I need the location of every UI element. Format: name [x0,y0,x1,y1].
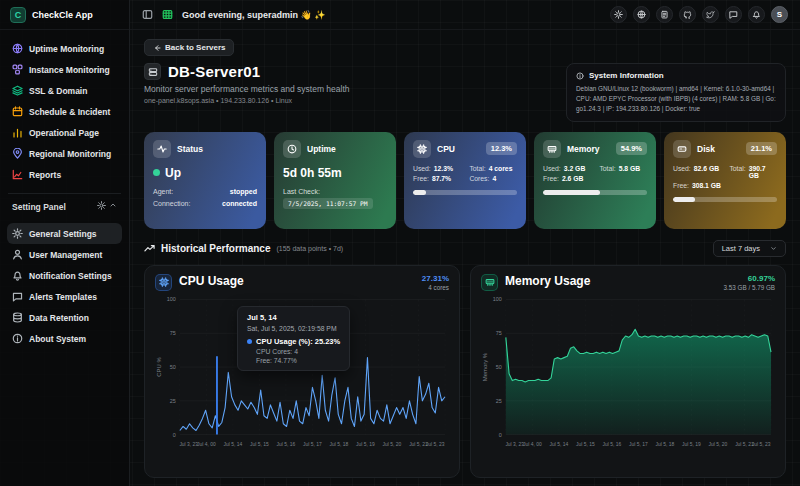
disk-badge: 21.1% [746,142,777,155]
github-icon[interactable] [679,6,696,23]
app-root: C CheckCle App Uptime Monitoring Instanc… [0,0,800,486]
sidebar-item-data-retention[interactable]: Data Retention [7,307,122,328]
last-check-label: Last Check: [283,188,387,195]
app-logo[interactable]: C CheckCle App [0,0,129,30]
time-range-value: Last 7 days [722,244,760,253]
sidebar-item-label: Instance Monitoring [29,65,110,75]
feedback-icon[interactable] [725,6,742,23]
back-to-servers-button[interactable]: Back to Servers [144,39,234,56]
sidebar-item-instance-monitoring[interactable]: Instance Monitoring [7,59,122,80]
status-card-title: Status [177,144,203,154]
grid-icon[interactable] [162,9,173,20]
cpu-progress-bar [413,190,517,195]
sidebar-item-ssl-domain[interactable]: SSL & Domain [7,80,122,101]
connection-label: Connection: [153,200,190,207]
language-icon[interactable] [633,6,650,23]
cpu-chip-icon [155,274,172,291]
system-information-text: Debian GNU/Linux 12 (bookworm) | amd64 |… [576,84,776,114]
time-range-select[interactable]: Last 7 days [713,240,786,257]
sidebar-item-alerts-templates[interactable]: Alerts Templates [7,286,122,307]
sidebar-item-operational-page[interactable]: Operational Page [7,122,122,143]
svg-text:CPU %: CPU % [156,356,162,376]
cpu-cores-value: 4 [492,175,496,182]
setting-panel-header[interactable]: Setting Panel [0,194,129,215]
sidebar-item-uptime-monitoring[interactable]: Uptime Monitoring [7,38,122,59]
memory-total-value: 5.8 GB [619,165,641,172]
svg-text:Memory %: Memory % [482,352,488,381]
gear-icon[interactable] [97,201,106,212]
cpu-total-value: 4 cores [489,165,513,172]
tooltip-free: Free: 74.77% [256,357,340,364]
svg-text:Jul 5, 19: Jul 5, 19 [356,441,375,446]
cpu-chart-title: CPU Usage [179,274,244,288]
svg-text:Jul 5, 15: Jul 5, 15 [250,441,269,446]
activity-icon [153,140,171,158]
sidebar-item-reports[interactable]: Reports [7,164,122,185]
disk-used-label: Used: [673,165,691,179]
sidebar-item-label: About System [29,334,86,344]
system-information-title: System Information [589,71,664,80]
chevron-up-icon[interactable] [109,201,117,212]
title-row: DB-Server01 Monitor server performance m… [144,63,786,122]
calendar-icon [12,106,23,117]
sidebar-item-notification-settings[interactable]: Notification Settings [7,265,122,286]
svg-text:50: 50 [496,364,502,370]
disk-progress-fill [673,197,695,202]
svg-text:Jul 5, 16: Jul 5, 16 [277,441,296,446]
memory-usage-chart-card: Memory Usage 60.97% 3.53 GB / 5.79 GB [470,265,786,478]
info-icon [576,72,584,80]
svg-text:Jul 5, 20: Jul 5, 20 [383,441,402,446]
cpu-used-label: Used: [413,165,431,172]
disk-icon [673,140,691,158]
notifications-icon[interactable] [748,6,765,23]
app-logo-icon: C [10,7,26,23]
memory-badge: 54.9% [616,142,647,155]
sidebar-item-regional-monitoring[interactable]: Regional Monitoring [7,143,122,164]
avatar[interactable]: S [771,6,788,23]
theme-icon[interactable] [610,6,627,23]
svg-text:0: 0 [499,431,502,437]
memory-used-value: 3.2 GB [564,165,586,172]
sidebar-item-schedule-incident[interactable]: Schedule & Incident [7,101,122,122]
svg-text:Jul 3, 23: Jul 3, 23 [505,441,524,446]
greeting-text: Good evening, superadmin 👋 ✨ [182,10,325,20]
setting-panel-label: Setting Panel [12,202,66,212]
clock-icon [283,140,301,158]
sidebar-item-about-system[interactable]: About System [7,328,122,349]
disk-progress-bar [673,197,777,202]
sidebar-nav: Uptime Monitoring Instance Monitoring SS… [0,30,129,189]
svg-text:25: 25 [170,398,176,404]
chevron-down-icon [770,245,777,252]
svg-text:Jul 5, 14: Jul 5, 14 [224,441,243,446]
memory-free-value: 2.6 GB [562,175,584,182]
memory-usage-chart[interactable]: 0255075100Jul 3, 23Jul 4, 00Jul 5, 14Jul… [481,294,775,457]
info-icon [12,333,23,344]
docs-icon[interactable] [656,6,673,23]
memory-chart-title: Memory Usage [505,274,590,288]
disk-card-title: Disk [697,144,715,154]
sidebar-item-label: Data Retention [29,313,89,323]
system-information-card: System Information Debian GNU/Linux 12 (… [566,63,786,122]
page-subtitle: Monitor server performance metrics and s… [144,84,566,94]
server-meta: one-panel.k8sops.asia • 194.233.80.126 •… [144,97,566,104]
twitter-icon[interactable] [702,6,719,23]
sidebar-item-label: SSL & Domain [29,86,87,96]
svg-text:Jul 4, 00: Jul 4, 00 [197,441,216,446]
memory-chart-submetric: 3.53 GB / 5.79 GB [724,284,775,291]
agent-label: Agent: [153,188,173,195]
memory-total-label: Total: [599,165,615,172]
cpu-card-title: CPU [437,144,455,154]
collapse-sidebar-icon[interactable] [142,9,153,20]
sidebar-item-general-settings[interactable]: General Settings [7,223,122,244]
svg-text:Jul 5, 23: Jul 5, 23 [752,441,771,446]
charts-row: CPU Usage 27.31% 4 cores 0255075100Jul 3… [144,265,786,478]
trending-up-icon [144,243,155,254]
memory-card: Memory 54.9% Used:3.2 GB Total:5.8 GB Fr… [534,132,656,229]
memory-progress-bar [543,190,647,195]
sidebar-item-user-management[interactable]: User Management [7,244,122,265]
memory-progress-fill [543,190,600,195]
database-icon [12,312,23,323]
cpu-free-label: Free: [413,175,429,182]
svg-text:Jul 5, 20: Jul 5, 20 [709,441,728,446]
page-title: DB-Server01 [168,63,260,80]
